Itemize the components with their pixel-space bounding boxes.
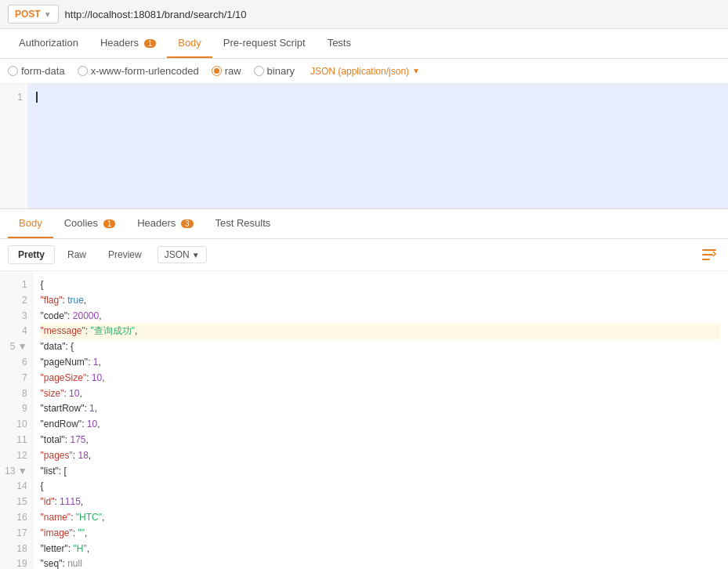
tab-tests[interactable]: Tests	[317, 29, 362, 58]
tab-body[interactable]: Body	[167, 29, 212, 58]
method-label: POST	[15, 9, 41, 20]
url-bar: POST ▼	[0, 0, 728, 29]
text-cursor	[36, 92, 40, 103]
radio-urlencoded[interactable]	[78, 66, 88, 76]
tab-headers[interactable]: Headers 1	[89, 29, 167, 58]
format-type-chevron-icon: ▼	[192, 251, 200, 259]
cookies-badge: 1	[103, 219, 116, 228]
svg-rect-1	[702, 254, 713, 256]
response-tab-test-results[interactable]: Test Results	[205, 209, 282, 238]
request-tab-bar: Authorization Headers 1 Body Pre-request…	[0, 29, 728, 59]
svg-rect-0	[702, 249, 716, 251]
format-type-button[interactable]: JSON ▼	[158, 246, 207, 263]
response-tools-bar: Pretty Raw Preview JSON ▼	[0, 239, 728, 271]
pretty-button[interactable]: Pretty	[8, 245, 55, 264]
request-body-area: 1	[0, 84, 728, 209]
resp-headers-badge: 3	[181, 219, 194, 228]
request-code-content[interactable]	[28, 84, 728, 208]
url-input[interactable]	[65, 9, 720, 20]
response-tab-cookies[interactable]: Coolies 1	[53, 209, 127, 238]
response-code-content: { "flag": true, "code": 20000, "message"…	[33, 271, 728, 569]
response-area: 12345 ▼678910111213 ▼1415161718192021 ▼2…	[0, 271, 728, 569]
tab-authorization[interactable]: Authorization	[8, 29, 89, 58]
response-tab-headers[interactable]: Headers 3	[126, 209, 204, 238]
option-form-data[interactable]: form-data	[8, 65, 65, 77]
headers-badge: 1	[144, 39, 157, 48]
raw-button[interactable]: Raw	[58, 246, 96, 263]
response-tab-body[interactable]: Body	[8, 209, 53, 238]
wrap-lines-button[interactable]	[698, 244, 720, 266]
json-type-chevron-icon: ▼	[412, 67, 420, 75]
method-chevron-icon: ▼	[44, 10, 52, 19]
radio-raw[interactable]	[212, 66, 222, 76]
request-line-numbers: 1	[0, 84, 28, 208]
json-type-button[interactable]: JSON (application/json) ▼	[310, 66, 420, 77]
option-raw[interactable]: raw	[212, 65, 241, 77]
response-tab-bar: Body Coolies 1 Headers 3 Test Results	[0, 209, 728, 239]
response-line-numbers: 12345 ▼678910111213 ▼1415161718192021 ▼2…	[0, 271, 33, 569]
radio-form-data[interactable]	[8, 66, 18, 76]
radio-binary[interactable]	[254, 66, 264, 76]
option-binary[interactable]: binary	[254, 65, 295, 77]
tab-pre-request-script[interactable]: Pre-request Script	[212, 29, 317, 58]
preview-button[interactable]: Preview	[99, 246, 151, 263]
option-urlencoded[interactable]: x-www-form-urlencoded	[78, 65, 199, 77]
body-options-bar: form-data x-www-form-urlencoded raw bina…	[0, 59, 728, 84]
svg-rect-2	[702, 259, 710, 260]
method-button[interactable]: POST ▼	[8, 5, 59, 24]
